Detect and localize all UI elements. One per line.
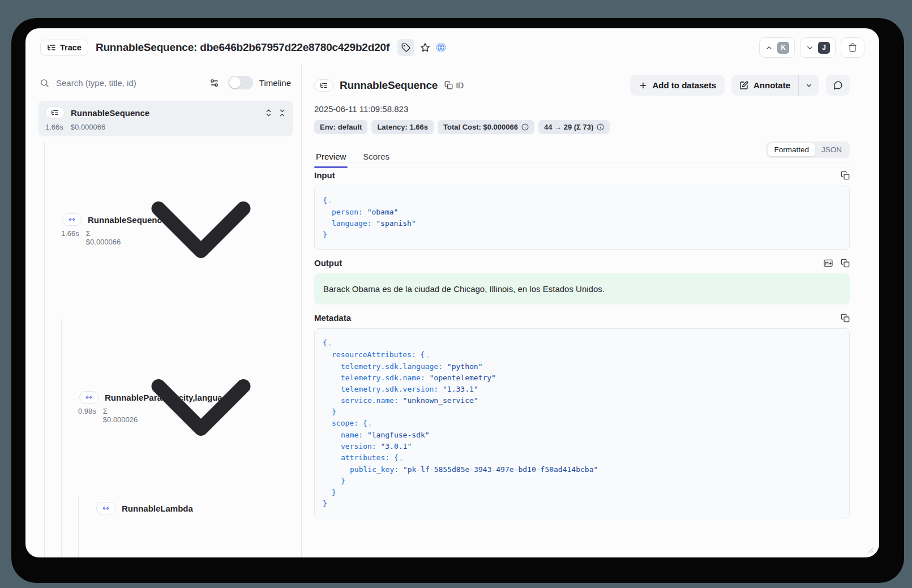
annotate-button[interactable]: Annotate: [731, 75, 798, 96]
copy-input-button[interactable]: [841, 171, 850, 180]
next-trace-button[interactable]: J: [800, 37, 836, 58]
json-line: }: [323, 406, 841, 418]
tab-scores[interactable]: Scores: [361, 152, 391, 168]
json-line: attributes: {⌄: [323, 452, 841, 464]
json-line: language: "spanish": [323, 218, 841, 229]
metric-chip: Latency: 1.66s: [371, 120, 434, 134]
observation-detail-panel: RunnableSequence ID Add to datasets Anno…: [302, 65, 879, 557]
pen-square-icon: [739, 81, 748, 90]
json-line: scope: {⌄: [323, 418, 841, 430]
collapse-toggle[interactable]: ⌄: [369, 420, 372, 427]
tree-item[interactable]: RunnableLambda: [38, 496, 293, 520]
trash-icon: [848, 43, 857, 52]
collapse-toggle[interactable]: ⌄: [328, 198, 332, 204]
tag-icon: [401, 43, 410, 52]
collapse-toggle[interactable]: ⌄: [426, 352, 429, 358]
collapse-toggle[interactable]: ⌄: [328, 340, 332, 346]
delete-trace-button[interactable]: [841, 37, 864, 58]
tree-item-metrics: 1.66sΣ $0.000066: [61, 229, 116, 246]
format-option-formatted[interactable]: Formatted: [768, 143, 815, 156]
add-to-datasets-label: Add to datasets: [652, 80, 716, 90]
public-share-button[interactable]: [436, 42, 446, 53]
span-tree: RunnableSequence1.66sΣ $0.000066Runnable…: [38, 141, 293, 557]
trace-root-cost: $0.000066: [71, 123, 105, 131]
json-line: person: "obama": [323, 207, 841, 218]
tree-item[interactable]: RunnableSequence1.66sΣ $0.000066: [38, 141, 293, 319]
trace-header: Trace RunnableSequence: dbe646b2b67957d2…: [25, 28, 879, 67]
id-label: ID: [456, 81, 464, 90]
metric-chips: Env: defaultLatency: 1.66sTotal Cost: $0…: [314, 120, 850, 134]
comment-bubble-icon: [833, 80, 843, 90]
metadata-section-title: Metadata: [314, 313, 351, 323]
collapse-chevron[interactable]: [116, 523, 286, 557]
json-line: }: [323, 475, 841, 487]
json-line: telemetry.sdk.name: "opentelemetry": [323, 372, 841, 384]
trace-root-duration: 1.66s: [45, 123, 63, 131]
search-icon: [40, 78, 49, 88]
indent-guide: [44, 141, 45, 319]
json-line: service.name: "unknown_service": [323, 395, 841, 406]
indent-guide: [44, 319, 45, 496]
span-icon: [62, 213, 82, 226]
info-icon[interactable]: [597, 123, 604, 131]
collapse-chevron[interactable]: [116, 145, 286, 315]
format-toggle: FormattedJSON: [766, 141, 850, 158]
prev-trace-button[interactable]: K: [759, 37, 795, 58]
comments-button[interactable]: [826, 75, 850, 96]
json-line: }: [323, 498, 841, 509]
collapse-toggle[interactable]: ⌄: [400, 455, 403, 461]
json-line: }: [323, 229, 841, 241]
span-icon: [79, 391, 99, 404]
tree-item[interactable]: RunnableParallel<city,language>0.98sΣ $0…: [38, 319, 293, 496]
chevron-down-icon: [805, 81, 813, 89]
timeline-toggle[interactable]: [228, 76, 253, 89]
tree-item[interactable]: RunnableSequence0.98sΣ $0.000026: [38, 520, 293, 557]
filter-settings-icon[interactable]: [209, 78, 219, 88]
collapse-chevron[interactable]: [116, 323, 286, 492]
json-line: telemetry.sdk.version: "1.33.1": [323, 384, 841, 395]
copy-id-button[interactable]: ID: [444, 81, 464, 90]
trace-timestamp: 2025-06-11 11:09:58.823: [314, 104, 850, 114]
plus-icon: [639, 81, 648, 90]
tree-item-name: RunnableLambda: [122, 504, 193, 513]
shortcut-key-k: K: [777, 42, 789, 54]
globe-icon: [436, 42, 446, 53]
list-tree-icon: [47, 43, 56, 52]
star-icon: [420, 42, 430, 53]
toggle-knob: [229, 77, 241, 88]
trace-title: RunnableSequence: dbe646b2b67957d22e8780…: [96, 41, 389, 54]
trace-root-item[interactable]: RunnableSequence 1.66s $0.000066: [38, 101, 293, 136]
shortcut-key-j: J: [818, 42, 830, 54]
list-tree-icon: [51, 109, 59, 117]
tab-preview[interactable]: Preview: [314, 152, 348, 168]
collapse-all-icon[interactable]: [278, 109, 286, 117]
markdown-toggle-button[interactable]: [824, 259, 833, 268]
output-text: Barack Obama es de la ciudad de Chicago,…: [314, 273, 850, 304]
annotate-label: Annotate: [753, 80, 790, 90]
trace-icon-pill: [314, 79, 333, 92]
copy-output-button[interactable]: [841, 259, 850, 268]
timeline-label: Timeline: [259, 78, 291, 88]
add-to-datasets-button[interactable]: Add to datasets: [630, 75, 725, 96]
annotate-dropdown-button[interactable]: [799, 75, 819, 96]
tree-item-metrics: 0.98sΣ $0.000026: [78, 407, 116, 424]
tag-button[interactable]: [397, 39, 414, 56]
format-option-json[interactable]: JSON: [815, 143, 848, 156]
metric-chip: Env: default: [314, 120, 367, 134]
json-line: name: "langfuse-sdk": [323, 430, 841, 441]
metric-chip: Total Cost: $0.000066: [438, 120, 534, 134]
json-line: version: "3.0.1": [323, 441, 841, 452]
search-input[interactable]: [56, 78, 209, 88]
copy-metadata-button[interactable]: [841, 314, 850, 323]
indent-guide: [78, 520, 79, 557]
indent-guide: [78, 496, 79, 520]
indent-guide: [61, 496, 62, 520]
expand-all-icon[interactable]: [264, 109, 273, 117]
resize-handle[interactable]: [866, 545, 874, 553]
list-tree-icon: [320, 81, 328, 89]
json-line: {⌄: [323, 195, 841, 207]
trace-icon-pill: [45, 106, 65, 119]
info-icon[interactable]: [521, 123, 529, 131]
input-section-title: Input: [314, 170, 335, 180]
bookmark-star-button[interactable]: [420, 42, 430, 53]
